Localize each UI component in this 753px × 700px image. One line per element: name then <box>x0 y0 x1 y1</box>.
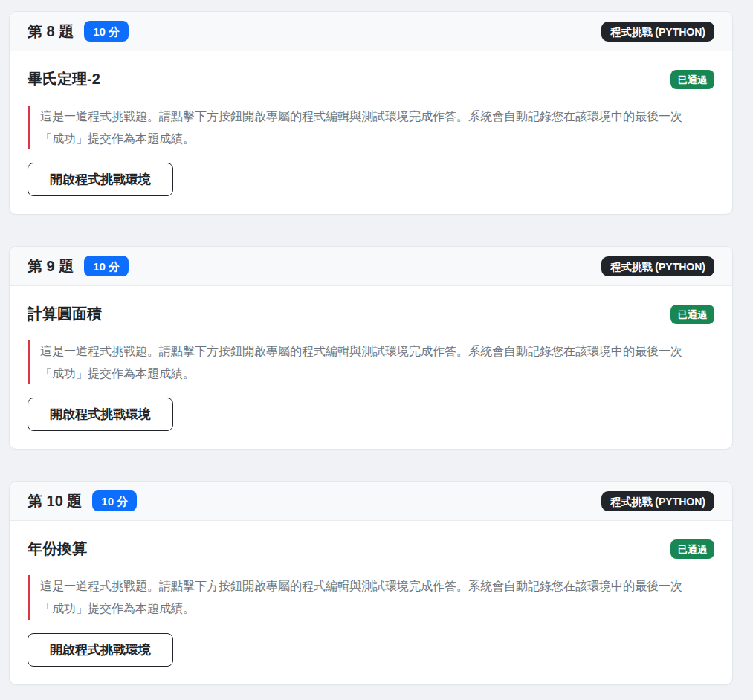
points-badge: 10 分 <box>84 256 129 276</box>
question-header-left: 第 10 題 10 分 <box>28 490 137 511</box>
question-title-row: 年份換算 已通過 <box>28 539 714 559</box>
passed-status-badge: 已通過 <box>670 70 714 89</box>
question-title-row: 畢氏定理-2 已通過 <box>28 69 714 89</box>
open-challenge-env-button[interactable]: 開啟程式挑戰環境 <box>28 398 173 431</box>
question-card-body: 年份換算 已通過 這是一道程式挑戰題。請點擊下方按鈕開啟專屬的程式編輯與測試環境… <box>10 521 732 684</box>
question-type-badge: 程式挑戰 (PYTHON) <box>601 491 714 511</box>
question-card-body: 畢氏定理-2 已通過 這是一道程式挑戰題。請點擊下方按鈕開啟專屬的程式編輯與測試… <box>10 51 732 214</box>
question-card-8: 第 8 題 10 分 程式挑戰 (PYTHON) 畢氏定理-2 已通過 這是一道… <box>9 11 733 215</box>
passed-status-badge: 已通過 <box>670 305 714 324</box>
question-card-body: 計算圓面積 已通過 這是一道程式挑戰題。請點擊下方按鈕開啟專屬的程式編輯與測試環… <box>10 286 732 449</box>
question-type-badge: 程式挑戰 (PYTHON) <box>601 22 714 42</box>
instruction-quote: 這是一道程式挑戰題。請點擊下方按鈕開啟專屬的程式編輯與測試環境完成作答。系統會自… <box>28 340 705 384</box>
points-badge: 10 分 <box>84 21 129 42</box>
question-list-page: 第 8 題 10 分 程式挑戰 (PYTHON) 畢氏定理-2 已通過 這是一道… <box>0 0 753 700</box>
instruction-quote: 這是一道程式挑戰題。請點擊下方按鈕開啟專屬的程式編輯與測試環境完成作答。系統會自… <box>28 106 705 149</box>
question-type-badge: 程式挑戰 (PYTHON) <box>601 256 714 276</box>
question-card-header: 第 9 題 10 分 程式挑戰 (PYTHON) <box>10 247 732 286</box>
points-badge: 10 分 <box>92 490 137 511</box>
question-card-9: 第 9 題 10 分 程式挑戰 (PYTHON) 計算圓面積 已通過 這是一道程… <box>9 246 733 450</box>
question-header-left: 第 9 題 10 分 <box>28 256 129 276</box>
question-number: 第 10 題 <box>28 491 82 511</box>
question-header-left: 第 8 題 10 分 <box>28 21 129 42</box>
question-number: 第 9 題 <box>28 256 74 276</box>
open-challenge-env-button[interactable]: 開啟程式挑戰環境 <box>28 163 173 196</box>
question-card-header: 第 8 題 10 分 程式挑戰 (PYTHON) <box>10 12 732 51</box>
question-card-10: 第 10 題 10 分 程式挑戰 (PYTHON) 年份換算 已通過 這是一道程… <box>9 481 733 684</box>
instruction-quote: 這是一道程式挑戰題。請點擊下方按鈕開啟專屬的程式編輯與測試環境完成作答。系統會自… <box>28 575 705 619</box>
question-title: 年份換算 <box>28 539 87 559</box>
passed-status-badge: 已通過 <box>670 539 714 559</box>
question-number: 第 8 題 <box>28 22 74 42</box>
question-title: 計算圓面積 <box>28 304 102 324</box>
open-challenge-env-button[interactable]: 開啟程式挑戰環境 <box>28 633 173 667</box>
question-title-row: 計算圓面積 已通過 <box>28 304 714 324</box>
question-card-header: 第 10 題 10 分 程式挑戰 (PYTHON) <box>10 482 732 521</box>
question-title: 畢氏定理-2 <box>28 69 100 89</box>
